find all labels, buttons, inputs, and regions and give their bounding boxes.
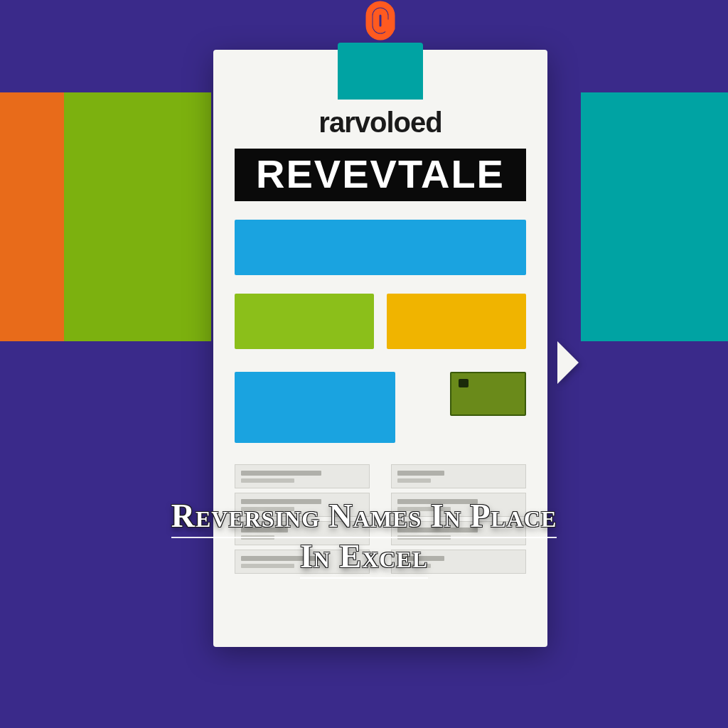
band-segment-green <box>64 92 211 341</box>
clip-icon <box>355 0 405 60</box>
table-cell <box>235 464 370 488</box>
card-small-title: rarvoloed <box>235 107 526 139</box>
arrow-right-icon <box>557 341 579 384</box>
cell-blue-full <box>235 220 526 275</box>
caption-line-1: Reversing Names In Place <box>171 498 557 538</box>
row-2 <box>235 294 526 349</box>
band-segment-orange <box>0 92 64 341</box>
cell-blue-half <box>235 372 395 443</box>
row-1 <box>235 220 526 275</box>
caption-line-2: In Excel <box>300 538 428 579</box>
band-segment-teal <box>581 92 728 341</box>
cell-green <box>235 294 374 349</box>
cell-olive-small <box>450 372 526 416</box>
card-banner: REVEVTALE <box>235 149 526 201</box>
caption-overlay: Reversing Names In Place In Excel <box>0 498 728 579</box>
table-cell <box>391 464 526 488</box>
cell-yellow <box>387 294 526 349</box>
stage: rarvoloed REVEVTALE <box>0 0 728 728</box>
row-3 <box>235 372 526 443</box>
